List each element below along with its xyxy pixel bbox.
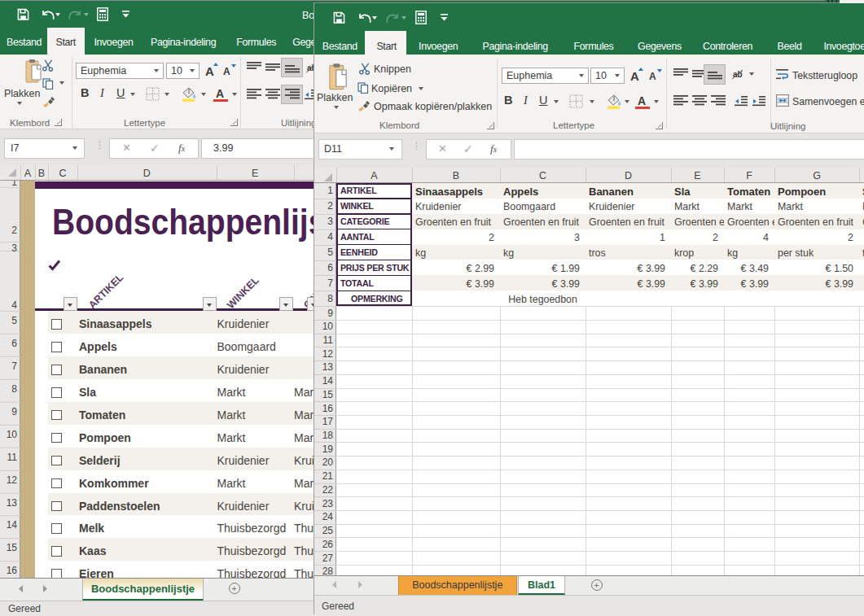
svg-text:ab: ab bbox=[733, 70, 743, 79]
